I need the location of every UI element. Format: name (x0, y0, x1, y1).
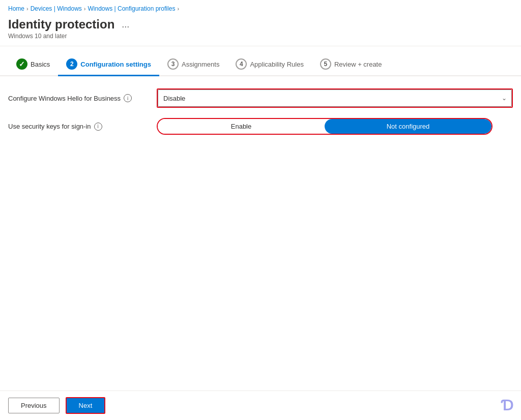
tab-assignments[interactable]: 3 Assignments (159, 54, 227, 76)
tab-review-create[interactable]: 5 Review + create (312, 54, 390, 76)
tab-circle-config: 2 (66, 58, 77, 70)
tab-circle-basics: ✓ (16, 58, 27, 70)
tab-circle-review: 5 (320, 58, 331, 70)
windows-hello-dropdown[interactable]: Not configured Enable Disable (158, 89, 512, 107)
breadcrumb: Home › Devices | Windows › Windows | Con… (0, 0, 521, 15)
windows-hello-info-icon[interactable]: i (124, 94, 132, 102)
breadcrumb-config-profiles[interactable]: Windows | Configuration profiles (88, 5, 176, 12)
form-row-windows-hello: Configure Windows Hello for Business i N… (8, 88, 513, 108)
tab-circle-applicability: 4 (236, 58, 247, 70)
page-header: Identity protection ... Windows 10 and l… (0, 15, 521, 46)
tab-circle-assignments: 3 (167, 58, 179, 70)
breadcrumb-devices[interactable]: Devices | Windows (31, 5, 82, 12)
windows-hello-label: Configure Windows Hello for Business i (8, 94, 151, 102)
security-keys-toggle-group: Enable Not configured (157, 118, 493, 135)
tab-configuration-settings[interactable]: 2 Configuration settings (58, 54, 159, 76)
tab-label-applicability: Applicability Rules (250, 61, 304, 68)
tab-label-config: Configuration settings (80, 61, 151, 68)
tab-basics[interactable]: ✓ Basics (8, 54, 58, 76)
security-keys-label: Use security keys for sign-in i (8, 123, 151, 131)
tab-label-review: Review + create (334, 61, 382, 68)
tab-label-basics: Basics (31, 61, 50, 68)
page-title: Identity protection (8, 17, 114, 32)
security-keys-enable-btn[interactable]: Enable (158, 119, 325, 134)
form-row-security-keys: Use security keys for sign-in i Enable N… (8, 118, 513, 135)
content-area: Configure Windows Hello for Business i N… (0, 76, 521, 157)
wizard-tabs: ✓ Basics 2 Configuration settings 3 Assi… (0, 46, 521, 76)
tab-applicability-rules[interactable]: 4 Applicability Rules (227, 54, 312, 76)
windows-hello-dropdown-wrapper: Not configured Enable Disable ⌄ (157, 88, 513, 108)
page-subtitle: Windows 10 and later (8, 33, 513, 40)
security-keys-not-configured-btn[interactable]: Not configured (325, 119, 491, 134)
breadcrumb-home[interactable]: Home (8, 5, 24, 12)
tab-label-assignments: Assignments (182, 61, 219, 68)
ellipsis-button[interactable]: ... (119, 18, 132, 31)
security-keys-info-icon[interactable]: i (94, 123, 102, 131)
